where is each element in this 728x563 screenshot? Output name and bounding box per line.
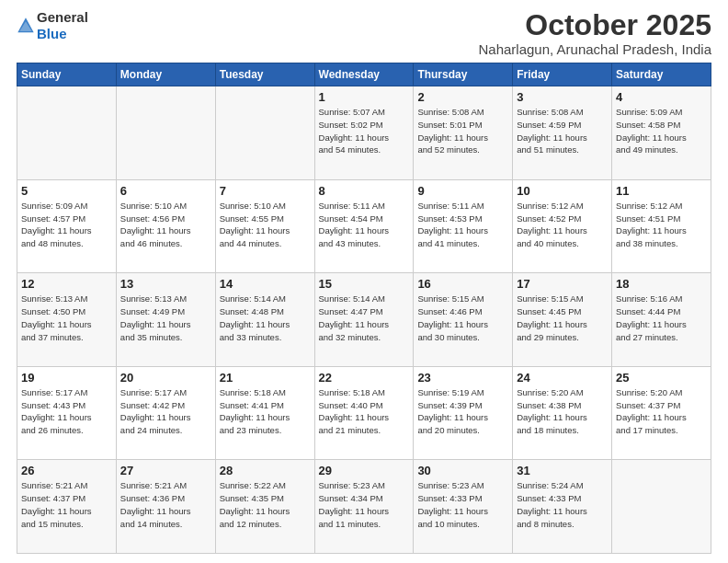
calendar-week-1: 1Sunrise: 5:07 AM Sunset: 5:02 PM Daylig… <box>17 86 711 180</box>
calendar-cell: 22Sunrise: 5:18 AM Sunset: 4:40 PM Dayli… <box>314 366 414 460</box>
calendar-cell <box>17 86 117 180</box>
day-info: Sunrise: 5:21 AM Sunset: 4:36 PM Dayligh… <box>120 479 211 530</box>
day-number: 22 <box>319 371 410 385</box>
title-block: October 2025 Naharlagun, Arunachal Prade… <box>478 9 711 57</box>
calendar-cell: 9Sunrise: 5:11 AM Sunset: 4:53 PM Daylig… <box>414 179 513 273</box>
day-number: 28 <box>220 464 311 477</box>
calendar-week-5: 26Sunrise: 5:21 AM Sunset: 4:37 PM Dayli… <box>17 460 711 554</box>
day-number: 31 <box>517 464 608 477</box>
calendar-cell <box>612 460 711 554</box>
day-info: Sunrise: 5:19 AM Sunset: 4:39 PM Dayligh… <box>417 386 508 437</box>
logo-icon <box>17 17 35 35</box>
day-info: Sunrise: 5:22 AM Sunset: 4:35 PM Dayligh… <box>220 479 311 530</box>
page: General Blue October 2025 Naharlagun, Ar… <box>0 0 728 563</box>
weekday-header-saturday: Saturday <box>612 63 711 86</box>
day-info: Sunrise: 5:08 AM Sunset: 4:59 PM Dayligh… <box>517 106 608 156</box>
calendar-week-3: 12Sunrise: 5:13 AM Sunset: 4:50 PM Dayli… <box>17 273 711 367</box>
calendar-cell: 10Sunrise: 5:12 AM Sunset: 4:52 PM Dayli… <box>513 179 612 273</box>
calendar-cell: 5Sunrise: 5:09 AM Sunset: 4:57 PM Daylig… <box>17 179 117 273</box>
day-info: Sunrise: 5:20 AM Sunset: 4:37 PM Dayligh… <box>616 386 707 437</box>
calendar-cell: 16Sunrise: 5:15 AM Sunset: 4:46 PM Dayli… <box>414 273 513 367</box>
day-info: Sunrise: 5:10 AM Sunset: 4:55 PM Dayligh… <box>220 200 311 250</box>
weekday-header-thursday: Thursday <box>414 63 513 86</box>
day-number: 21 <box>220 371 311 385</box>
weekday-header-friday: Friday <box>513 63 612 86</box>
calendar-cell: 18Sunrise: 5:16 AM Sunset: 4:44 PM Dayli… <box>612 273 711 367</box>
day-info: Sunrise: 5:12 AM Sunset: 4:52 PM Dayligh… <box>517 200 608 250</box>
day-number: 10 <box>517 184 608 198</box>
logo-general: General <box>37 9 88 25</box>
day-info: Sunrise: 5:08 AM Sunset: 5:01 PM Dayligh… <box>417 106 508 156</box>
calendar-week-4: 19Sunrise: 5:17 AM Sunset: 4:43 PM Dayli… <box>17 366 711 460</box>
weekday-header-tuesday: Tuesday <box>215 63 314 86</box>
location-title: Naharlagun, Arunachal Pradesh, India <box>478 41 711 57</box>
calendar-cell: 13Sunrise: 5:13 AM Sunset: 4:49 PM Dayli… <box>116 273 215 367</box>
day-number: 23 <box>417 371 508 385</box>
calendar-cell: 7Sunrise: 5:10 AM Sunset: 4:55 PM Daylig… <box>215 179 314 273</box>
day-number: 9 <box>417 184 508 198</box>
day-info: Sunrise: 5:16 AM Sunset: 4:44 PM Dayligh… <box>616 293 707 343</box>
day-info: Sunrise: 5:17 AM Sunset: 4:42 PM Dayligh… <box>120 386 211 437</box>
day-number: 14 <box>220 277 311 291</box>
calendar-cell: 28Sunrise: 5:22 AM Sunset: 4:35 PM Dayli… <box>215 460 314 554</box>
day-info: Sunrise: 5:14 AM Sunset: 4:48 PM Dayligh… <box>220 293 311 343</box>
calendar-cell: 12Sunrise: 5:13 AM Sunset: 4:50 PM Dayli… <box>17 273 117 367</box>
calendar-cell: 19Sunrise: 5:17 AM Sunset: 4:43 PM Dayli… <box>17 366 117 460</box>
calendar-cell: 31Sunrise: 5:24 AM Sunset: 4:33 PM Dayli… <box>513 460 612 554</box>
day-info: Sunrise: 5:07 AM Sunset: 5:02 PM Dayligh… <box>319 106 410 156</box>
calendar-cell: 3Sunrise: 5:08 AM Sunset: 4:59 PM Daylig… <box>513 86 612 180</box>
calendar-cell: 2Sunrise: 5:08 AM Sunset: 5:01 PM Daylig… <box>414 86 513 180</box>
month-title: October 2025 <box>478 9 711 41</box>
day-info: Sunrise: 5:24 AM Sunset: 4:33 PM Dayligh… <box>517 479 608 530</box>
calendar-cell: 4Sunrise: 5:09 AM Sunset: 4:58 PM Daylig… <box>612 86 711 180</box>
calendar-week-2: 5Sunrise: 5:09 AM Sunset: 4:57 PM Daylig… <box>17 179 711 273</box>
day-info: Sunrise: 5:13 AM Sunset: 4:49 PM Dayligh… <box>120 293 211 343</box>
day-number: 15 <box>319 277 410 291</box>
day-info: Sunrise: 5:23 AM Sunset: 4:33 PM Dayligh… <box>417 479 508 530</box>
weekday-header-sunday: Sunday <box>17 63 117 86</box>
day-info: Sunrise: 5:23 AM Sunset: 4:34 PM Dayligh… <box>319 479 410 530</box>
calendar-cell: 29Sunrise: 5:23 AM Sunset: 4:34 PM Dayli… <box>314 460 414 554</box>
day-info: Sunrise: 5:13 AM Sunset: 4:50 PM Dayligh… <box>21 293 112 343</box>
day-info: Sunrise: 5:09 AM Sunset: 4:57 PM Dayligh… <box>21 200 112 250</box>
calendar-cell: 23Sunrise: 5:19 AM Sunset: 4:39 PM Dayli… <box>414 366 513 460</box>
calendar-cell <box>116 86 215 180</box>
calendar-cell <box>215 86 314 180</box>
day-info: Sunrise: 5:15 AM Sunset: 4:45 PM Dayligh… <box>517 293 608 343</box>
calendar-cell: 17Sunrise: 5:15 AM Sunset: 4:45 PM Dayli… <box>513 273 612 367</box>
day-number: 26 <box>21 464 112 477</box>
calendar-table: SundayMondayTuesdayWednesdayThursdayFrid… <box>17 63 711 554</box>
day-number: 6 <box>120 184 211 198</box>
calendar-cell: 1Sunrise: 5:07 AM Sunset: 5:02 PM Daylig… <box>314 86 414 180</box>
day-number: 11 <box>616 184 707 198</box>
calendar-cell: 24Sunrise: 5:20 AM Sunset: 4:38 PM Dayli… <box>513 366 612 460</box>
day-number: 4 <box>616 90 707 104</box>
header: General Blue October 2025 Naharlagun, Ar… <box>17 9 711 57</box>
calendar-cell: 8Sunrise: 5:11 AM Sunset: 4:54 PM Daylig… <box>314 179 414 273</box>
day-number: 8 <box>319 184 410 198</box>
day-number: 3 <box>517 90 608 104</box>
logo-blue: Blue <box>37 26 67 41</box>
day-number: 5 <box>21 184 112 198</box>
day-info: Sunrise: 5:20 AM Sunset: 4:38 PM Dayligh… <box>517 386 608 437</box>
calendar-cell: 30Sunrise: 5:23 AM Sunset: 4:33 PM Dayli… <box>414 460 513 554</box>
calendar-cell: 14Sunrise: 5:14 AM Sunset: 4:48 PM Dayli… <box>215 273 314 367</box>
calendar-cell: 11Sunrise: 5:12 AM Sunset: 4:51 PM Dayli… <box>612 179 711 273</box>
day-info: Sunrise: 5:14 AM Sunset: 4:47 PM Dayligh… <box>319 293 410 343</box>
day-info: Sunrise: 5:10 AM Sunset: 4:56 PM Dayligh… <box>120 200 211 250</box>
day-number: 25 <box>616 371 707 385</box>
day-number: 27 <box>120 464 211 477</box>
day-number: 20 <box>120 371 211 385</box>
day-number: 17 <box>517 277 608 291</box>
day-info: Sunrise: 5:09 AM Sunset: 4:58 PM Dayligh… <box>616 106 707 156</box>
day-number: 16 <box>417 277 508 291</box>
day-info: Sunrise: 5:18 AM Sunset: 4:40 PM Dayligh… <box>319 386 410 437</box>
calendar-cell: 21Sunrise: 5:18 AM Sunset: 4:41 PM Dayli… <box>215 366 314 460</box>
calendar-cell: 15Sunrise: 5:14 AM Sunset: 4:47 PM Dayli… <box>314 273 414 367</box>
day-number: 29 <box>319 464 410 477</box>
day-info: Sunrise: 5:18 AM Sunset: 4:41 PM Dayligh… <box>220 386 311 437</box>
day-info: Sunrise: 5:21 AM Sunset: 4:37 PM Dayligh… <box>21 479 112 530</box>
calendar-cell: 27Sunrise: 5:21 AM Sunset: 4:36 PM Dayli… <box>116 460 215 554</box>
day-info: Sunrise: 5:11 AM Sunset: 4:53 PM Dayligh… <box>417 200 508 250</box>
calendar-cell: 26Sunrise: 5:21 AM Sunset: 4:37 PM Dayli… <box>17 460 117 554</box>
